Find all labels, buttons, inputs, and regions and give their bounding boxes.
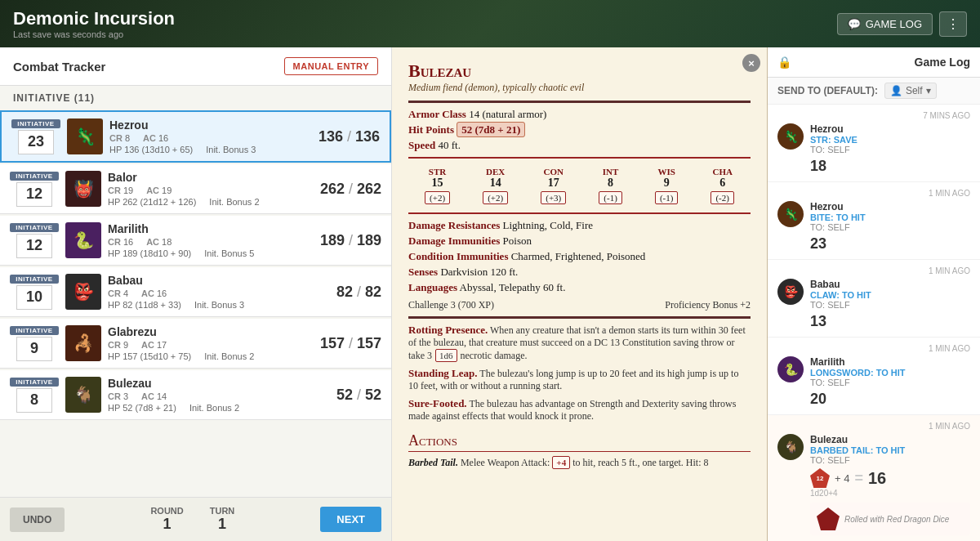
ability-name: DEX	[486, 167, 505, 177]
log-target: TO: SELF	[810, 378, 850, 387]
initiative-box: INITIATIVE 8	[10, 378, 59, 413]
combatant-item[interactable]: INITIATIVE 9 🦂 Glabrezu CR 9 AC 17 HP 15…	[0, 319, 391, 369]
log-timestamp: 1 MIN AGO	[777, 189, 970, 198]
damage-immunities-line: Damage Immunities Poison	[408, 235, 751, 248]
combatant-avatar: 🦂	[65, 325, 101, 361]
combatant-hp: 82 / 82	[336, 284, 381, 301]
ability-value: 17	[548, 177, 559, 190]
ability-score: CON 17 (+3)	[541, 167, 566, 204]
ac-stat: AC 14	[141, 391, 167, 401]
monster-content: Bulezau Medium fiend (demon), typically …	[392, 47, 767, 485]
initiative-label: INITIATIVE	[10, 378, 59, 387]
combatant-hp-formula: HP 136 (13d10 + 65) Init. Bonus 3	[109, 145, 312, 154]
combatant-stats: CR 8 AC 16	[109, 133, 312, 143]
log-avatar: 🐍	[777, 356, 804, 382]
log-result-value: 23	[810, 235, 826, 253]
log-avatar: 👺	[777, 279, 804, 305]
game-log-button[interactable]: 💬 GAME LOG	[837, 13, 933, 35]
log-avatar: 🦎	[777, 123, 804, 150]
monster-type: Medium fiend (demon), typically chaotic …	[408, 82, 751, 94]
challenge-value: Challenge 3 (700 XP)	[408, 299, 494, 311]
ability-value: 9	[664, 177, 670, 190]
combatant-stats: CR 4 AC 16	[108, 288, 330, 298]
initiative-label: INITIATIVE	[10, 275, 59, 284]
traits-divider	[408, 316, 751, 319]
close-monster-button[interactable]: ×	[742, 54, 760, 72]
ac-stat: AC 16	[141, 288, 167, 298]
combatant-stats: CR 16 AC 18	[108, 237, 314, 247]
monster-sheet-panel: × Bulezau Medium fiend (demon), typicall…	[392, 47, 768, 541]
ability-value: 8	[608, 177, 613, 190]
combatant-item[interactable]: INITIATIVE 23 🦎 Hezrou CR 8 AC 16 HP 136…	[0, 110, 391, 163]
ability-mod: (-2)	[710, 191, 734, 204]
round-display: ROUND 1	[150, 506, 183, 533]
log-action-name: STR: SAVE	[810, 135, 858, 145]
ability-value: 14	[490, 177, 501, 190]
log-title: Game Log	[915, 56, 970, 69]
combatant-item[interactable]: INITIATIVE 10 👺 Babau CR 4 AC 16 HP 82 (…	[0, 267, 391, 317]
combatant-item[interactable]: INITIATIVE 12 👹 Balor CR 19 AC 19 HP 262…	[0, 164, 391, 214]
languages-line: Languages Abyssal, Telepathy 60 ft.	[408, 281, 751, 294]
initiative-label: INITIATIVE	[10, 172, 59, 181]
initiative-label: INITIATIVE	[11, 119, 60, 128]
combatant-item[interactable]: INITIATIVE 12 🐍 Marilith CR 16 AC 18 HP …	[0, 216, 391, 266]
monster-trait: Standing Leap. The bulezau's long jump i…	[408, 367, 751, 392]
ability-name: WIS	[657, 167, 675, 177]
log-target: TO: SELF	[810, 455, 850, 465]
final-result: 16	[868, 469, 886, 488]
log-target: TO: SELF	[810, 300, 850, 310]
condition-immunities-line: Condition Immunities Charmed, Frightened…	[408, 250, 751, 263]
log-entry: 1 MIN AGO 🐐 Bulezau BARBED TAIL: TO HIT …	[768, 415, 980, 541]
initiative-box: INITIATIVE 9	[10, 326, 59, 361]
round-label: ROUND	[150, 506, 183, 516]
next-button[interactable]: NEXT	[320, 507, 381, 532]
send-to-self-selector[interactable]: 👤 Self ▾	[884, 83, 937, 99]
initiative-header: INITIATIVE (11)	[0, 86, 391, 110]
more-options-button[interactable]: ⋮	[939, 11, 967, 37]
log-target: TO: SELF	[810, 145, 850, 154]
combatant-stats: CR 19 AC 19	[108, 186, 314, 195]
header-right: 💬 GAME LOG ⋮	[837, 11, 967, 37]
initiative-box: INITIATIVE 23	[11, 119, 60, 154]
tracker-title: Combat Tracker	[13, 60, 105, 74]
initiative-label: INITIATIVE	[10, 326, 59, 335]
red-dragon-dice-row: Rolled with Red Dragon Dice	[810, 503, 970, 535]
combatant-hp-formula: HP 82 (11d8 + 33) Init. Bonus 3	[108, 300, 330, 310]
equals-sign: =	[854, 470, 863, 487]
combatant-avatar: 🐐	[65, 377, 101, 413]
hp-formula: HP 82 (11d8 + 33)	[108, 300, 181, 310]
senses-line: Senses Darkvision 120 ft.	[408, 266, 751, 279]
hp-formula: HP 136 (13d10 + 65)	[109, 145, 193, 154]
init-bonus: Init. Bonus 2	[204, 351, 254, 361]
app-header: Demonic Incursion Last save was seconds …	[0, 0, 980, 47]
red-dragon-die-icon	[817, 507, 840, 530]
round-turn-display: ROUND 1 TURN 1	[71, 506, 314, 533]
undo-button[interactable]: UNDO	[10, 507, 65, 532]
combatant-stats: CR 9 AC 17	[108, 340, 314, 350]
log-action-name: CLAW: TO HIT	[810, 290, 871, 300]
main-layout: Combat Tracker MANUAL ENTRY INITIATIVE (…	[0, 47, 980, 541]
log-content: Marilith LONGSWORD: TO HIT TO: SELF 20	[810, 356, 970, 408]
log-timestamp: 1 MIN AGO	[777, 266, 970, 275]
initiative-value: 8	[16, 388, 52, 413]
combatant-hp-formula: HP 157 (15d10 + 75) Init. Bonus 2	[108, 351, 314, 361]
ability-mod: (+2)	[483, 191, 508, 204]
combatant-hp: 157 / 157	[320, 335, 381, 352]
ability-name: STR	[429, 167, 446, 177]
self-icon: 👤	[890, 85, 902, 96]
combatant-name: Hezrou	[109, 118, 312, 132]
combatant-info: Hezrou CR 8 AC 16 HP 136 (13d10 + 65) In…	[109, 118, 312, 154]
log-result-row: 18	[810, 158, 970, 175]
log-action-line: BARBED TAIL: TO HIT TO: SELF	[810, 445, 970, 465]
initiative-value: 23	[18, 130, 54, 154]
log-action-line: BITE: TO HIT TO: SELF	[810, 212, 970, 232]
lock-icon: 🔒	[777, 56, 791, 69]
log-result-row: 23	[810, 235, 970, 253]
log-action-name: BARBED TAIL: TO HIT	[810, 445, 905, 455]
ac-stat: AC 16	[143, 133, 168, 143]
ability-mod: (+3)	[541, 191, 566, 204]
combatant-item[interactable]: INITIATIVE 8 🐐 Bulezau CR 3 AC 14 HP 52 …	[0, 370, 391, 420]
log-result-value: 13	[810, 313, 826, 330]
manual-entry-button[interactable]: MANUAL ENTRY	[284, 57, 378, 75]
turn-value: 1	[210, 516, 235, 533]
